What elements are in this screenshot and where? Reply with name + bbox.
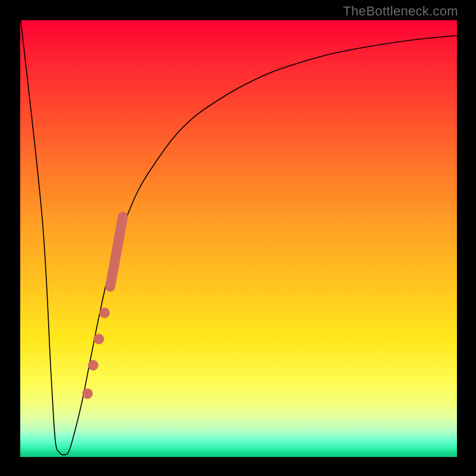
chart-svg	[20, 20, 457, 457]
marker-dot	[93, 334, 104, 345]
marker-dot	[99, 308, 110, 318]
marker-dot	[82, 389, 93, 399]
chart-frame: TheBottleneck.com	[0, 0, 476, 476]
marker-bar	[110, 217, 123, 286]
marker-dot	[88, 360, 99, 371]
watermark-text: TheBottleneck.com	[343, 4, 458, 19]
plot-area	[20, 20, 457, 457]
